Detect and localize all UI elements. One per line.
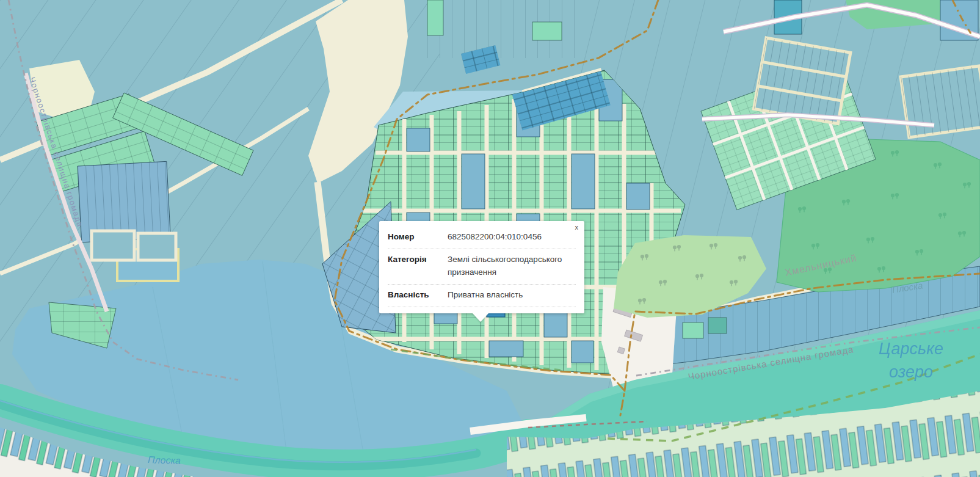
label-lake-line1: Царське [879, 340, 943, 358]
popup-value-ownership: Приватна власність [448, 289, 576, 302]
popup-value-category: Землі сільськогосподарського призначення [448, 253, 576, 279]
popup-label-ownership: Власність [388, 289, 441, 302]
popup-row-number: Номер 6825082200:04:010:0456 [388, 227, 576, 249]
cadastral-map-app: Чорноострівська селищна громада Чорноост… [0, 0, 980, 477]
popup-row-ownership: Власність Приватна власність [388, 285, 576, 307]
popup-pointer-arrow [472, 313, 489, 322]
label-river-ploska-left: Плоска [148, 454, 181, 466]
label-lake-line2: озеро [889, 363, 933, 381]
popup-label-number: Номер [388, 231, 441, 244]
popup-close-button[interactable]: x [575, 224, 579, 231]
strip-block-left [78, 161, 176, 260]
popup-value-number: 6825082200:04:010:0456 [448, 231, 576, 244]
popup-row-category: Категорія Землі сільськогосподарського п… [388, 249, 576, 285]
popup-label-category: Категорія [388, 253, 441, 279]
parcel-info-popup: x Номер 6825082200:04:010:0456 Категорія… [379, 221, 584, 313]
